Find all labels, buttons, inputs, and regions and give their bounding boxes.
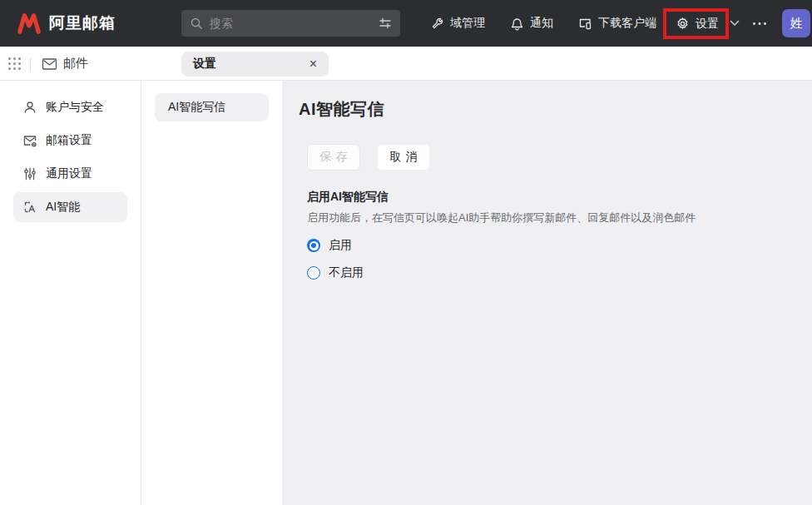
mail-app-label: 邮件 (63, 56, 88, 72)
annotation-highlight-settings[interactable]: 设置 (663, 8, 729, 39)
nav-download-client-label: 下载客户端 (598, 16, 656, 31)
tab-bar: 邮件 设置 × (0, 47, 812, 81)
gear-icon (676, 17, 690, 31)
ai-section-sidebar: AI智能写信 (141, 81, 282, 505)
nav-domain-admin[interactable]: 域管理 (430, 0, 485, 47)
nav-download-client[interactable]: 下载客户端 (578, 0, 656, 47)
user-avatar[interactable]: 姓 (782, 9, 810, 37)
mail-app-entry[interactable]: 邮件 (42, 47, 88, 81)
sidebar-item-ai[interactable]: AI智能 (13, 192, 127, 222)
sidebar-item-account-security[interactable]: 账户与安全 (13, 92, 127, 122)
sidebar-item-label: 邮箱设置 (46, 133, 92, 148)
radio-option-disable-label: 不启用 (329, 265, 364, 280)
settings-expand-button[interactable] (725, 0, 744, 47)
brand-logo[interactable]: 阿里邮箱 (17, 0, 116, 47)
nav-notifications-label: 通知 (530, 16, 553, 31)
radio-option-enable-label: 启用 (329, 238, 352, 253)
subsidebar-item-ai-writing[interactable]: AI智能写信 (155, 93, 269, 121)
chevron-down-icon (730, 20, 740, 27)
divider (30, 57, 31, 71)
radio-button[interactable] (307, 239, 320, 252)
sidebar-item-general-settings[interactable]: 通用设置 (13, 159, 127, 189)
more-menu-button[interactable] (748, 0, 771, 47)
tab-settings[interactable]: 设置 × (181, 52, 329, 77)
content-area: 账户与安全 邮箱设置 通用设置 (0, 81, 812, 505)
nav-settings-label: 设置 (696, 17, 719, 32)
nav-notifications[interactable]: 通知 (510, 0, 553, 47)
search-input[interactable] (210, 17, 372, 30)
envelope-icon (42, 57, 57, 71)
radio-option-disable[interactable]: 不启用 (307, 265, 792, 280)
nav-domain-admin-label: 域管理 (450, 16, 485, 31)
tab-settings-label: 设置 (193, 57, 306, 72)
page-title: AI智能写信 (299, 98, 792, 121)
radio-button[interactable] (307, 266, 320, 280)
action-button-row: 保存 取消 (307, 144, 792, 171)
settings-sidebar: 账户与安全 邮箱设置 通用设置 (0, 81, 141, 505)
sidebar-item-mailbox-settings[interactable]: 邮箱设置 (13, 126, 127, 156)
sidebar-item-label: AI智能 (46, 200, 80, 215)
app-launcher-grid-icon[interactable] (7, 57, 22, 71)
save-button[interactable]: 保存 (307, 144, 360, 171)
search-box[interactable] (181, 10, 400, 37)
sidebar-item-label: 账户与安全 (46, 100, 104, 115)
alimail-m-icon (17, 12, 42, 34)
brand-name: 阿里邮箱 (49, 12, 116, 34)
user-icon (22, 100, 37, 115)
top-header: 阿里邮箱 域管理 通知 (0, 0, 812, 47)
filter-icon[interactable] (379, 17, 392, 30)
ellipsis-icon (752, 22, 767, 26)
setting-description: 启用功能后，在写信页可以唤起AI助手帮助你撰写新邮件、回复邮件以及润色邮件 (307, 210, 792, 225)
cancel-button[interactable]: 取消 (377, 144, 430, 171)
sliders-icon (22, 166, 37, 181)
subsidebar-item-label: AI智能写信 (168, 100, 225, 115)
close-icon[interactable]: × (306, 56, 320, 72)
setting-label: 启用AI智能写信 (307, 190, 792, 205)
ai-icon (22, 200, 37, 215)
mail-settings-icon (22, 133, 37, 148)
ai-writing-setting-section: 启用AI智能写信 启用功能后，在写信页可以唤起AI助手帮助你撰写新邮件、回复邮件… (307, 190, 792, 280)
radio-option-enable[interactable]: 启用 (307, 238, 792, 253)
sidebar-item-label: 通用设置 (46, 166, 92, 181)
main-pane: AI智能写信 保存 取消 启用AI智能写信 启用功能后，在写信页可以唤起AI助手… (282, 81, 812, 505)
search-icon (190, 17, 203, 30)
bell-icon (510, 17, 524, 31)
wrench-icon (430, 17, 444, 31)
devices-icon (578, 17, 592, 31)
